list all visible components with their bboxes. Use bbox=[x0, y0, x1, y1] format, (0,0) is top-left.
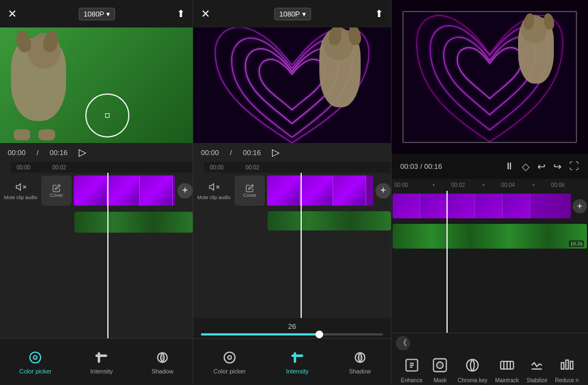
right-green-duration: 10.2s bbox=[569, 240, 584, 247]
right-collapse-button[interactable]: 《 bbox=[396, 336, 410, 350]
middle-tool-color-picker[interactable]: Color picker bbox=[214, 350, 246, 375]
middle-close-button[interactable]: ✕ bbox=[201, 7, 210, 20]
left-close-button[interactable]: ✕ bbox=[8, 7, 17, 20]
right-clip-thumb-5 bbox=[503, 194, 530, 218]
stabilize-icon bbox=[527, 355, 547, 375]
right-clip-thumb-3 bbox=[448, 194, 475, 218]
right-add-clip-button[interactable]: + bbox=[573, 199, 587, 213]
mute-icon-left[interactable] bbox=[15, 182, 26, 193]
left-timeline-ruler: 00:00 00:02 bbox=[11, 162, 193, 173]
left-bottom-toolbar: Color picker Intensity Shadow bbox=[0, 338, 193, 385]
left-clip-thumb-2 bbox=[107, 175, 140, 206]
left-tool-color-picker[interactable]: Color picker bbox=[19, 350, 52, 375]
middle-current-time: 00:00 bbox=[201, 148, 219, 157]
dog-paw-right bbox=[39, 129, 55, 140]
left-upload-button[interactable]: ⬆ bbox=[177, 8, 185, 20]
middle-time-display: 00:00 / 00:16 ▷ bbox=[193, 143, 391, 162]
left-cover-badge[interactable]: Cover bbox=[41, 175, 72, 206]
left-clip-thumb-1 bbox=[74, 175, 107, 206]
right-controls: 00:03 / 00:16 ⏸ ◇ ↩ ↪ ⛶ bbox=[391, 154, 588, 179]
left-resolution-badge[interactable]: 1080P ▾ bbox=[79, 8, 116, 20]
right-tool-stabilize[interactable]: Stabilize bbox=[526, 355, 547, 383]
reduce-icon bbox=[557, 355, 577, 375]
right-green-track-row: 10.2s bbox=[391, 221, 588, 251]
left-time-display: 00:00 / 00:16 ▷ bbox=[0, 143, 193, 162]
middle-tool-shadow[interactable]: Shadow bbox=[349, 350, 371, 375]
right-clip-thumb-2 bbox=[420, 194, 448, 218]
left-intensity-label: Intensity bbox=[90, 368, 113, 375]
svg-rect-14 bbox=[295, 353, 296, 362]
right-time-display: 00:03 / 00:16 bbox=[400, 162, 442, 170]
middle-mute-label: Mute clip audio bbox=[193, 182, 235, 200]
maintrack-label: Maintrack bbox=[495, 377, 519, 383]
middle-resolution-badge[interactable]: 1080P ▾ bbox=[274, 8, 311, 20]
right-tool-chroma[interactable]: Chroma key bbox=[458, 355, 487, 383]
color-picker-icon-middle bbox=[222, 350, 237, 365]
middle-intensity-slider-thumb[interactable] bbox=[315, 331, 323, 338]
ruler-mark-1: 00:02 bbox=[52, 164, 66, 170]
left-resolution-label: 1080P bbox=[84, 10, 105, 18]
left-mute-text: Mute clip audio bbox=[4, 195, 37, 200]
left-tool-shadow[interactable]: Shadow bbox=[151, 350, 173, 375]
middle-cover-label: Cover bbox=[243, 193, 256, 198]
mask-label: Mask bbox=[433, 377, 447, 383]
right-ruler-6: 00:06 bbox=[551, 182, 565, 188]
left-timeline-tracks: Mute clip audio Cover bbox=[0, 173, 193, 338]
left-play-button[interactable]: ▷ bbox=[79, 146, 86, 158]
right-tool-maintrack[interactable]: Maintrack bbox=[495, 355, 519, 383]
svg-rect-25 bbox=[561, 362, 564, 369]
color-picker-circle[interactable] bbox=[85, 94, 129, 138]
right-bottom-panel: 《 Enhance bbox=[391, 333, 588, 385]
stabilize-label: Stabilize bbox=[526, 377, 547, 383]
right-fullscreen-button[interactable]: ⛶ bbox=[569, 161, 579, 172]
svg-point-19 bbox=[467, 359, 478, 371]
right-tool-reduce[interactable]: Reduce n bbox=[555, 355, 579, 383]
mute-icon-middle[interactable] bbox=[209, 182, 220, 193]
middle-cover-badge[interactable]: Cover bbox=[235, 175, 265, 206]
svg-marker-8 bbox=[209, 184, 214, 190]
left-total-time: 00:16 bbox=[50, 148, 68, 157]
left-header: ✕ 1080P ▾ ⬆ bbox=[0, 0, 193, 28]
right-green-strip: 10.2s bbox=[393, 224, 587, 249]
middle-intensity-slider-fill bbox=[201, 333, 319, 336]
dog-paw-left bbox=[14, 129, 30, 140]
ruler-mark-0: 00:00 bbox=[17, 164, 30, 170]
middle-shadow-label: Shadow bbox=[349, 368, 371, 375]
cover-edit-icon bbox=[52, 184, 61, 193]
svg-point-4 bbox=[34, 355, 37, 359]
left-add-clip-button[interactable]: + bbox=[177, 183, 193, 199]
left-timeline-cursor bbox=[107, 173, 108, 338]
enhance-label: Enhance bbox=[401, 377, 422, 383]
right-panel: 00:03 / 00:16 ⏸ ◇ ↩ ↪ ⛶ 00:00 • 00:02 • … bbox=[391, 0, 588, 385]
left-tool-intensity[interactable]: Intensity bbox=[90, 350, 113, 375]
right-ruler-3: • bbox=[483, 182, 485, 188]
maintrack-icon bbox=[497, 355, 517, 375]
right-redo-button[interactable]: ↪ bbox=[553, 161, 562, 173]
chroma-key-icon bbox=[462, 355, 482, 375]
right-ruler-5: • bbox=[532, 182, 535, 188]
middle-intensity-slider-track[interactable] bbox=[201, 333, 383, 336]
middle-play-button[interactable]: ▷ bbox=[272, 146, 280, 158]
middle-add-clip-button[interactable]: + bbox=[375, 183, 391, 199]
right-preview-inner bbox=[402, 11, 577, 143]
right-undo-button[interactable]: ↩ bbox=[537, 161, 546, 173]
right-preview bbox=[391, 0, 588, 154]
right-tool-enhance[interactable]: Enhance bbox=[401, 355, 422, 383]
svg-rect-5 bbox=[96, 355, 107, 356]
left-cover-label: Cover bbox=[50, 193, 63, 198]
right-keyframe-button[interactable]: ◇ bbox=[522, 161, 530, 173]
middle-heart-background bbox=[193, 28, 391, 143]
middle-upload-button[interactable]: ⬆ bbox=[375, 8, 383, 20]
middle-color-picker-label: Color picker bbox=[214, 368, 246, 375]
right-tool-mask[interactable]: Mask bbox=[430, 355, 450, 383]
reduce-label: Reduce n bbox=[555, 377, 579, 383]
right-ruler-4: 00:04 bbox=[501, 182, 515, 188]
left-color-picker-label: Color picker bbox=[19, 368, 52, 375]
color-picker-icon-left bbox=[28, 350, 43, 365]
middle-timeline-tracks: Mute clip audio Cover + bbox=[193, 173, 391, 318]
right-total-time: 00:16 bbox=[424, 162, 442, 170]
right-current-time: 00:03 bbox=[400, 162, 418, 170]
middle-tool-intensity[interactable]: Intensity bbox=[286, 350, 308, 375]
middle-resolution-label: 1080P bbox=[279, 10, 300, 18]
right-pause-button[interactable]: ⏸ bbox=[504, 161, 514, 172]
